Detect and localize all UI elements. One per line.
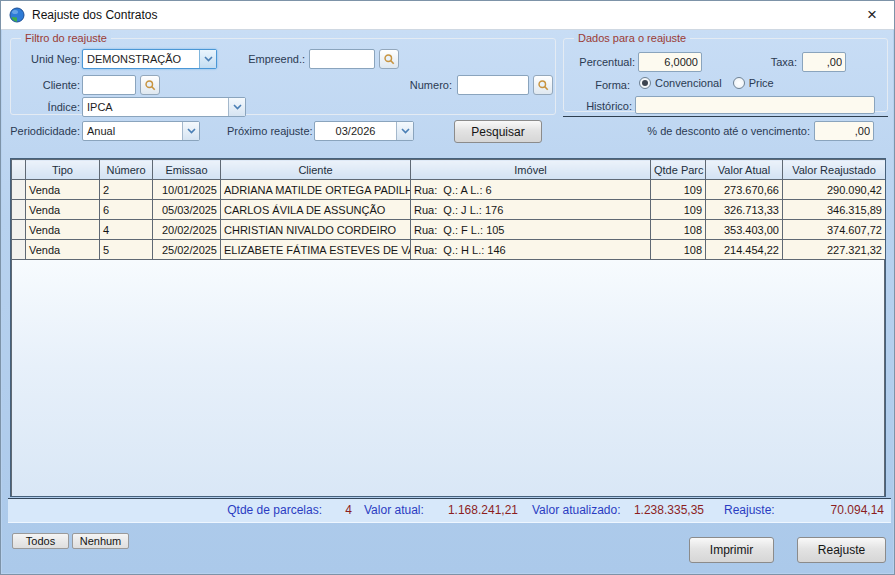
unid-neg-value: DEMONSTRAÇÃO <box>83 50 199 68</box>
historico-input[interactable] <box>635 96 875 114</box>
forma-label: Forma: <box>565 75 630 95</box>
cell-qtde-parc: 109 <box>651 180 706 200</box>
cell-emissao: 20/02/2025 <box>153 220 221 240</box>
col-header-tipo[interactable]: Tipo <box>26 160 100 180</box>
cell-valor-atual: 326.713,33 <box>706 200 783 220</box>
empreend-input[interactable] <box>309 49 375 69</box>
cliente-input[interactable] <box>82 75 136 95</box>
cell-valor-atual: 214.454,22 <box>706 240 783 260</box>
pesquisar-button[interactable]: Pesquisar <box>454 120 542 143</box>
periodicidade-value: Anual <box>83 122 182 140</box>
cell-cliente: CHRISTIAN NIVALDO CORDEIRO <box>221 220 411 240</box>
desconto-input[interactable] <box>814 121 874 141</box>
convencional-radio[interactable] <box>639 77 651 89</box>
col-header-cliente[interactable]: Cliente <box>221 160 411 180</box>
cell-valor-atual: 353.403,00 <box>706 220 783 240</box>
dados-divider <box>563 116 888 117</box>
indice-combo[interactable]: IPCA <box>82 97 246 117</box>
cell-valor-reajustado: 227.321,32 <box>783 240 886 260</box>
cell-imovel: Rua: Q.: A L.: 6 <box>411 180 651 200</box>
cell-imovel: Rua: Q.: J L.: 176 <box>411 200 651 220</box>
cell-cliente: CARLOS ÁVILA DE ASSUNÇÃO <box>221 200 411 220</box>
valor-atualizado-value: 1.238.335,35 <box>616 499 704 522</box>
empreend-label: Empreend.: <box>227 49 305 69</box>
qtde-parcelas-value: 4 <box>328 499 352 522</box>
reajuste-total-value: 70.094,14 <box>794 499 884 522</box>
row-selector-cell[interactable] <box>12 220 26 240</box>
periodicidade-combo[interactable]: Anual <box>82 121 200 141</box>
desconto-label: % de desconto até o vencimento: <box>602 121 810 141</box>
chevron-down-icon[interactable] <box>228 98 245 116</box>
magnifier-icon <box>144 79 157 92</box>
indice-label: Índice: <box>10 97 80 117</box>
dados-group-title: Dados para o reajuste <box>574 31 690 45</box>
todos-button[interactable]: Todos <box>12 533 69 549</box>
grid-header-row: Tipo Número Emissao Cliente Imóvel Qtde … <box>12 160 886 180</box>
unid-neg-combo[interactable]: DEMONSTRAÇÃO <box>82 49 217 69</box>
convencional-radio-label: Convencional <box>655 77 722 89</box>
cell-emissao: 10/01/2025 <box>153 180 221 200</box>
col-header-imovel[interactable]: Imóvel <box>411 160 651 180</box>
proximo-reajuste-combo[interactable]: 03/2026 <box>314 121 414 141</box>
col-header-numero[interactable]: Número <box>100 160 153 180</box>
valor-atual-label: Valor atual: <box>364 499 424 522</box>
row-selector-cell[interactable] <box>12 200 26 220</box>
taxa-input[interactable] <box>802 52 846 72</box>
reajuste-button[interactable]: Reajuste <box>797 537 886 563</box>
unid-neg-label: Unid Neg: <box>10 49 80 69</box>
indice-value: IPCA <box>83 98 228 116</box>
cell-qtde-parc: 108 <box>651 220 706 240</box>
cell-qtde-parc: 108 <box>651 240 706 260</box>
cell-imovel: Rua: Q.: H L.: 146 <box>411 240 651 260</box>
proximo-reajuste-label: Próximo reajuste: <box>227 121 309 141</box>
col-header-valor-reajustado[interactable]: Valor Reajustado <box>783 160 886 180</box>
row-selector-cell[interactable] <box>12 240 26 260</box>
cell-numero: 6 <box>100 200 153 220</box>
numero-search-button[interactable] <box>533 75 553 95</box>
cell-tipo: Venda <box>26 240 100 260</box>
selector-header-cell <box>12 160 26 180</box>
cell-valor-reajustado: 374.607,72 <box>783 220 886 240</box>
filtro-group-title: Filtro do reajuste <box>21 31 111 45</box>
chevron-down-icon[interactable] <box>199 50 216 68</box>
summary-strip: Qtde de parcelas: 4 Valor atual: 1.168.2… <box>8 498 891 523</box>
reajuste-dos-contratos-window: Reajuste dos Contratos × Filtro do reaju… <box>0 0 895 575</box>
historico-label: Histórico: <box>565 96 632 116</box>
price-radio-label: Price <box>749 77 774 89</box>
percentual-input[interactable] <box>638 52 702 72</box>
table-row[interactable]: Venda 2 10/01/2025 ADRIANA MATILDE ORTEG… <box>12 180 886 200</box>
row-selector-cell[interactable] <box>12 180 26 200</box>
close-icon[interactable]: × <box>858 3 886 27</box>
magnifier-icon <box>537 79 550 92</box>
taxa-label: Taxa: <box>755 52 797 72</box>
col-header-qtde-parc[interactable]: Qtde Parc <box>651 160 706 180</box>
proximo-reajuste-value: 03/2026 <box>315 122 396 140</box>
imprimir-button[interactable]: Imprimir <box>689 537 774 563</box>
table-row[interactable]: Venda 5 25/02/2025 ELIZABETE FÁTIMA ESTE… <box>12 240 886 260</box>
magnifier-icon <box>383 53 396 66</box>
valor-atual-value: 1.168.241,21 <box>428 499 518 522</box>
price-radio[interactable] <box>733 77 745 89</box>
cell-numero: 4 <box>100 220 153 240</box>
cell-cliente: ELIZABETE FÁTIMA ESTEVES DE VALÊN <box>221 240 411 260</box>
col-header-valor-atual[interactable]: Valor Atual <box>706 160 783 180</box>
grid-empty-area <box>11 260 885 497</box>
percentual-label: Percentual: <box>565 52 635 72</box>
cell-valor-reajustado: 290.090,42 <box>783 180 886 200</box>
table-row[interactable]: Venda 4 20/02/2025 CHRISTIAN NIVALDO COR… <box>12 220 886 240</box>
empreend-search-button[interactable] <box>379 49 399 69</box>
chevron-down-icon[interactable] <box>182 122 199 140</box>
window-content: Filtro do reajuste Unid Neg: DEMONSTRAÇÃ… <box>2 30 893 573</box>
numero-input[interactable] <box>457 75 529 95</box>
qtde-parcelas-label: Qtde de parcelas: <box>192 499 322 522</box>
nenhum-button[interactable]: Nenhum <box>72 533 129 549</box>
chevron-down-icon[interactable] <box>396 122 413 140</box>
cell-qtde-parc: 109 <box>651 200 706 220</box>
cell-tipo: Venda <box>26 180 100 200</box>
reajuste-total-label: Reajuste: <box>724 499 775 522</box>
cell-emissao: 05/03/2025 <box>153 200 221 220</box>
col-header-emissao[interactable]: Emissao <box>153 160 221 180</box>
cell-valor-reajustado: 346.315,89 <box>783 200 886 220</box>
cliente-search-button[interactable] <box>140 75 160 95</box>
table-row[interactable]: Venda 6 05/03/2025 CARLOS ÁVILA DE ASSUN… <box>12 200 886 220</box>
